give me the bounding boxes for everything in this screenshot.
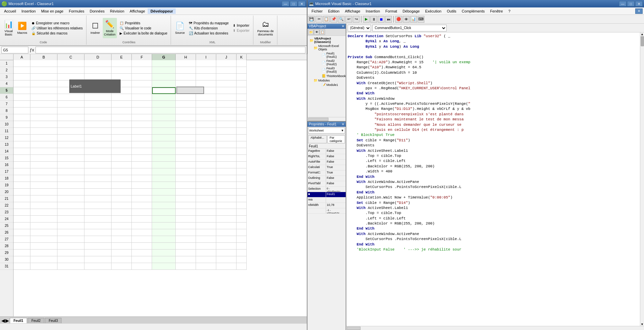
vba-feuil3[interactable]: 📄 Feuil3 (Feuil3) [320, 66, 345, 74]
cell-H22[interactable] [176, 202, 196, 209]
cell-A26[interactable] [14, 229, 30, 236]
cell-D15[interactable] [84, 155, 112, 162]
cell-B16[interactable] [30, 162, 57, 168]
cell-C29[interactable] [57, 250, 84, 256]
cell-C22[interactable] [57, 202, 84, 209]
cell-H25[interactable] [176, 222, 196, 229]
cell-G31[interactable] [152, 263, 176, 270]
ribbon-btn-visualiser[interactable]: 🔍 Visualiser le code [118, 26, 169, 30]
cell-E21[interactable] [112, 195, 132, 202]
cell-B21[interactable] [30, 195, 57, 202]
ribbon-btn-proprietes-mappage[interactable]: 🗺 Propriétés du mappage [188, 21, 230, 25]
ribbon-btn-executer[interactable]: ▶ Exécuter la boîte de dialogue [118, 31, 169, 36]
name-box[interactable] [1, 47, 28, 53]
cell-K2[interactable] [237, 67, 247, 74]
cell-F25[interactable] [132, 222, 152, 229]
cells-area[interactable]: Label1 [14, 60, 307, 316]
cell-C13[interactable] [57, 141, 84, 148]
cell-K31[interactable] [237, 263, 247, 270]
cell-H23[interactable] [176, 209, 196, 216]
cell-I18[interactable] [196, 175, 216, 182]
cell-H16[interactable] [176, 162, 196, 168]
cell-I21[interactable] [196, 195, 216, 202]
vba-maximize-btn[interactable]: □ [627, 1, 635, 6]
cell-A11[interactable] [14, 128, 30, 135]
cell-B4[interactable] [30, 80, 57, 87]
cell-G4[interactable] [152, 80, 176, 87]
vba-minimize-btn[interactable]: — [619, 1, 626, 6]
cell-H10[interactable] [176, 121, 196, 128]
cell-G19[interactable] [152, 182, 176, 189]
cell-G5[interactable] [152, 87, 176, 94]
ribbon-btn-proprietes[interactable]: 📋 Propriétés [118, 21, 169, 25]
cell-F23[interactable] [132, 209, 152, 216]
cell-B9[interactable] [30, 114, 57, 121]
cell-I4[interactable] [196, 80, 216, 87]
cell-F22[interactable] [132, 202, 152, 209]
cell-A21[interactable] [14, 195, 30, 202]
cell-E22[interactable] [112, 202, 132, 209]
cell-A3[interactable] [14, 74, 30, 80]
cell-J5[interactable] [216, 87, 237, 94]
cell-G14[interactable] [152, 148, 176, 155]
cell-I26[interactable] [196, 229, 216, 236]
col-header-j[interactable]: J [216, 54, 237, 60]
cell-J31[interactable] [216, 263, 237, 270]
cell-C11[interactable] [57, 128, 84, 135]
cell-H21[interactable] [176, 195, 196, 202]
cell-C8[interactable] [57, 108, 84, 114]
cell-B19[interactable] [30, 182, 57, 189]
cell-H20[interactable] [176, 189, 196, 195]
cell-G26[interactable] [152, 229, 176, 236]
cell-K16[interactable] [237, 162, 247, 168]
vba-menu-execution[interactable]: Exécution [422, 8, 444, 14]
ribbon-btn-visual-basic[interactable]: 📊 VisualBasic [3, 18, 15, 38]
cell-D11[interactable] [84, 128, 112, 135]
cell-A29[interactable] [14, 250, 30, 256]
vba-tb-copy[interactable]: 📋 [323, 16, 330, 23]
col-header-a[interactable]: A [14, 54, 30, 60]
cell-K10[interactable] [237, 121, 247, 128]
cell-J1[interactable] [216, 60, 237, 67]
ribbon-btn-inserer[interactable]: ☐ Insérer [89, 18, 101, 38]
cell-I7[interactable] [196, 101, 216, 108]
cell-G2[interactable] [152, 67, 176, 74]
cell-G6[interactable] [152, 94, 176, 101]
cell-I1[interactable] [196, 60, 216, 67]
cell-J7[interactable] [216, 101, 237, 108]
vba-proj-btn2[interactable]: 👁 [314, 29, 319, 35]
cell-J15[interactable] [216, 155, 237, 162]
cell-G30[interactable] [152, 256, 176, 263]
cell-H18[interactable] [176, 175, 196, 182]
sheet-tab-feuil2[interactable]: Feuil2 [28, 318, 44, 323]
cell-C23[interactable] [57, 209, 84, 216]
menu-donnees[interactable]: Données [87, 8, 107, 14]
cell-F21[interactable] [132, 195, 152, 202]
cell-A1[interactable] [14, 60, 30, 67]
cell-H13[interactable] [176, 141, 196, 148]
cell-E13[interactable] [112, 141, 132, 148]
cell-G17[interactable] [152, 168, 176, 175]
cell-J24[interactable] [216, 216, 237, 222]
cell-C14[interactable] [57, 148, 84, 155]
code-scrollbar-h[interactable] [346, 326, 644, 330]
cell-G1[interactable] [152, 60, 176, 67]
cell-A25[interactable] [14, 222, 30, 229]
cell-F8[interactable] [132, 108, 152, 114]
cell-F28[interactable] [132, 243, 152, 250]
excel-close-btn[interactable]: ✕ [298, 1, 305, 6]
vba-inner-close[interactable]: ✕ [635, 8, 643, 14]
vba-menu-debogage[interactable]: Débogage [400, 8, 422, 14]
code-scrollbar-v[interactable]: ▲ ▼ [640, 32, 644, 326]
cell-J30[interactable] [216, 256, 237, 263]
cell-J21[interactable] [216, 195, 237, 202]
cell-E16[interactable] [112, 162, 132, 168]
ribbon-btn-source[interactable]: 📄 Source [174, 18, 186, 38]
cell-C16[interactable] [57, 162, 84, 168]
cell-A24[interactable] [14, 216, 30, 222]
vba-menu-affichage[interactable]: Affichage [342, 8, 363, 14]
cell-G21[interactable] [152, 195, 176, 202]
cell-A20[interactable] [14, 189, 30, 195]
cell-D14[interactable] [84, 148, 112, 155]
cell-H6[interactable] [176, 94, 196, 101]
